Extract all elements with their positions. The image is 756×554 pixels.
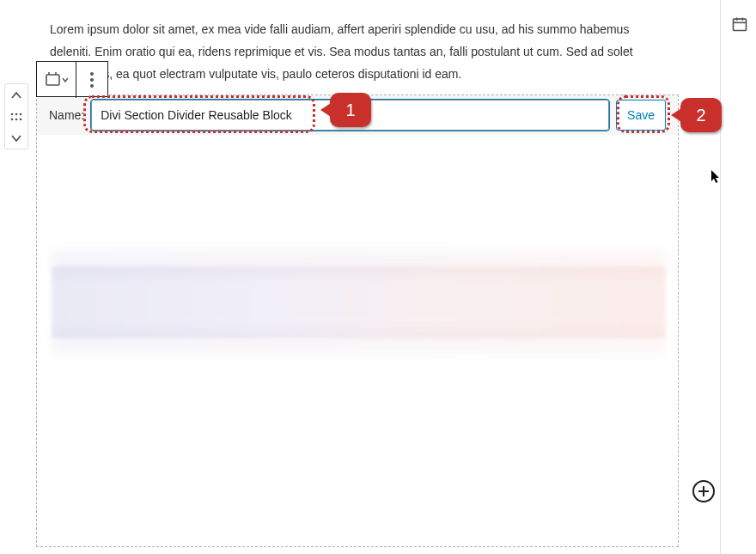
- save-button-wrapper: Save: [616, 100, 666, 131]
- annotation-callout-1: 1: [330, 93, 371, 127]
- block-toolbar: [36, 61, 108, 97]
- move-down-button[interactable]: [5, 127, 27, 149]
- svg-point-9: [90, 84, 94, 88]
- annotation-callout-2: 2: [680, 98, 722, 132]
- svg-point-13: [11, 118, 14, 120]
- svg-point-11: [15, 113, 18, 115]
- svg-rect-0: [734, 19, 747, 30]
- svg-point-10: [11, 113, 14, 115]
- move-up-button[interactable]: [5, 84, 27, 106]
- callout-number: 2: [696, 106, 705, 125]
- svg-rect-4: [46, 75, 59, 85]
- divider-preview-image: [52, 266, 666, 338]
- save-button[interactable]: Save: [616, 100, 666, 131]
- callout-number: 1: [345, 100, 355, 120]
- calendar-icon[interactable]: [731, 15, 748, 33]
- svg-point-8: [90, 78, 94, 82]
- svg-point-7: [90, 72, 94, 76]
- svg-point-14: [15, 118, 18, 120]
- block-type-dropdown[interactable]: [37, 62, 76, 98]
- editor-right-sidebar: [720, 0, 756, 554]
- block-movers: [4, 83, 28, 149]
- add-block-button[interactable]: [692, 480, 715, 502]
- more-options-button[interactable]: [76, 62, 107, 98]
- lorem-paragraph: Lorem ipsum dolor sit amet, ex mea vide …: [50, 19, 670, 86]
- mouse-cursor-icon: [711, 170, 722, 184]
- name-label: Name:: [49, 108, 84, 122]
- drag-handle-icon[interactable]: [5, 106, 27, 127]
- svg-point-12: [20, 113, 22, 115]
- svg-point-15: [20, 118, 22, 120]
